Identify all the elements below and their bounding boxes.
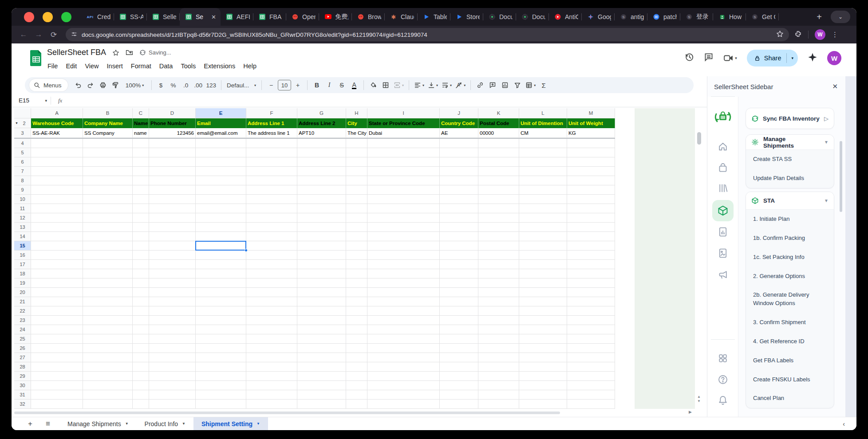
row-header-4[interactable]: 4 [14,139,31,148]
cell-H31[interactable] [346,390,367,400]
cell-D22[interactable] [149,306,196,316]
cell-E31[interactable] [196,390,246,400]
cell-G25[interactable] [297,334,346,344]
cell-I22[interactable] [367,306,440,316]
cell-G20[interactable] [297,288,346,297]
row-header-24[interactable]: 24 [14,325,31,334]
cell-M8[interactable] [567,176,615,185]
hscroll-right-arrow[interactable]: ▶ [689,410,692,414]
row-header-17[interactable]: 17 [14,260,31,269]
cell-J15[interactable] [440,241,478,251]
cell-K23[interactable] [478,316,519,325]
valign-button[interactable]: ▾ [426,79,439,91]
cell-K20[interactable] [478,288,519,297]
cell-F25[interactable] [246,334,297,344]
browser-tab-Brows[interactable]: Brows [352,8,385,26]
cell-G11[interactable] [297,204,346,213]
cell-H14[interactable] [346,232,367,241]
cell-K7[interactable] [478,167,519,176]
row-header-29[interactable]: 29 [14,372,31,381]
cell-F30[interactable] [246,381,297,390]
maximize-window-button[interactable] [61,12,71,22]
cell-F7[interactable] [246,167,297,176]
link-icon[interactable] [474,79,486,91]
cell-E8[interactable] [196,176,246,185]
cell-K14[interactable] [478,232,519,241]
cell-G30[interactable] [297,381,346,390]
cell-K6[interactable] [478,157,519,167]
cell-F26[interactable] [246,344,297,353]
cell-M17[interactable] [567,260,615,269]
cell-B6[interactable] [83,157,133,167]
cell-D16[interactable] [149,251,196,260]
cell-L23[interactable] [519,316,567,325]
all-sheets-icon[interactable]: ≡ [39,419,57,428]
menu-tools[interactable]: Tools [177,60,200,72]
cell-D28[interactable] [149,362,196,372]
cell-B29[interactable] [83,372,133,381]
cell-M6[interactable] [567,157,615,167]
cell-B20[interactable] [83,288,133,297]
share-button[interactable]: Share ▾ [747,50,798,67]
cell-B13[interactable] [83,223,133,232]
menu-extensions[interactable]: Extensions [200,60,239,72]
cell-H11[interactable] [346,204,367,213]
cell-A11[interactable] [31,204,83,213]
header-cell-E[interactable]: Email [196,118,246,128]
cell-A15[interactable] [31,241,83,251]
cell-F28[interactable] [246,362,297,372]
print-icon[interactable] [97,79,109,91]
cell-F16[interactable] [246,251,297,260]
cell-K25[interactable] [478,334,519,344]
cell-B3[interactable]: SS Company [83,128,133,138]
cell-M16[interactable] [567,251,615,260]
cell-J18[interactable] [440,269,478,278]
cell-E16[interactable] [196,251,246,260]
cell-H13[interactable] [346,223,367,232]
browser-tab-Store[interactable]: Store [450,8,483,26]
cell-C13[interactable] [133,223,149,232]
cell-C15[interactable] [133,241,149,251]
cell-G12[interactable] [297,213,346,223]
sidebar-action-2-generate-options[interactable]: 2. Generate Options [746,267,834,286]
cell-J9[interactable] [440,185,478,195]
cell-J14[interactable] [440,232,478,241]
cell-J27[interactable] [440,353,478,362]
cell-D6[interactable] [149,157,196,167]
cell-I31[interactable] [367,390,440,400]
bell-icon[interactable] [718,395,728,406]
column-header-H[interactable]: H [346,108,367,118]
select-all-corner[interactable] [14,108,31,118]
cell-C30[interactable] [133,381,149,390]
cell-K11[interactable] [478,204,519,213]
menu-data[interactable]: Data [155,60,177,72]
cell-F29[interactable] [246,372,297,381]
header-cell-H[interactable]: City [346,118,367,128]
bookmark-star-icon[interactable] [776,30,784,39]
cell-I3[interactable]: Dubai [367,128,440,138]
cell-J12[interactable] [440,213,478,223]
cell-D9[interactable] [149,185,196,195]
cell-F23[interactable] [246,316,297,325]
cell-J3[interactable]: AE [440,128,478,138]
row-group-collapse-icon[interactable]: ▼ [15,122,18,125]
menu-edit[interactable]: Edit [62,60,81,72]
cell-H18[interactable] [346,269,367,278]
cell-D30[interactable] [149,381,196,390]
cell-G21[interactable] [297,297,346,306]
cell-K29[interactable] [478,372,519,381]
cell-F19[interactable] [246,278,297,288]
cell-C8[interactable] [133,176,149,185]
cell-G28[interactable] [297,362,346,372]
cell-I19[interactable] [367,278,440,288]
cell-E12[interactable] [196,213,246,223]
vertical-scrollbar[interactable] [697,132,701,145]
cell-A10[interactable] [31,195,83,204]
cell-L12[interactable] [519,213,567,223]
cell-B24[interactable] [83,325,133,334]
cell-C25[interactable] [133,334,149,344]
header-cell-K[interactable]: Postal Code [478,118,519,128]
cell-M32[interactable] [567,400,615,409]
cell-J21[interactable] [440,297,478,306]
cell-B9[interactable] [83,185,133,195]
